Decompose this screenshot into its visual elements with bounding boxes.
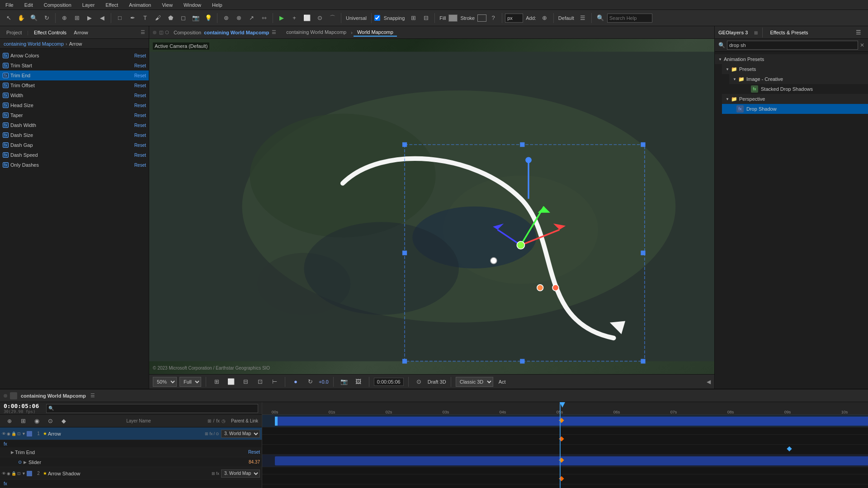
- comp-menu-icon[interactable]: ☰: [272, 29, 276, 35]
- comp-close-icon[interactable]: [153, 31, 156, 34]
- layer-2-parent-select[interactable]: 3. World Map: [221, 469, 260, 478]
- layer-1-audio-icon[interactable]: ◉: [7, 432, 10, 436]
- layer-1-slider-expand[interactable]: ▶: [24, 460, 27, 465]
- layer-1-trim-end-row[interactable]: ▶ Trim End Reset: [0, 447, 262, 457]
- arrow2-tool-icon[interactable]: ↗: [245, 12, 257, 24]
- mask-icon[interactable]: ⬜: [301, 12, 313, 24]
- zoom-select[interactable]: 50%: [153, 377, 177, 387]
- layer-row-2[interactable]: 👁 ◉ 🔒 ⊡ ▼ 2 ★ Arrow Shadow ⊞ fx 3. World…: [0, 467, 262, 480]
- stroke-color-swatch[interactable]: [477, 14, 486, 22]
- keyframe-slider-1[interactable]: [559, 436, 564, 441]
- right-panel-menu-icon[interactable]: ☰: [853, 27, 864, 38]
- reset-btn-1[interactable]: Reset: [134, 63, 146, 68]
- play-icon[interactable]: ▶: [276, 12, 288, 24]
- timeline-close-icon[interactable]: [4, 394, 7, 398]
- anchor-tool-icon[interactable]: ⊞: [71, 12, 83, 24]
- effect-taper[interactable]: fx Taper Reset: [0, 110, 149, 120]
- hand-tool-icon[interactable]: ✋: [15, 12, 27, 24]
- menu-item-view[interactable]: View: [160, 1, 175, 9]
- comp-rulers-icon[interactable]: ⊡: [254, 376, 266, 388]
- menu-item-help[interactable]: Help: [210, 1, 224, 9]
- default-options-icon[interactable]: ☰: [577, 12, 589, 24]
- layer-1-trim-end-reset[interactable]: Reset: [248, 450, 260, 455]
- track-row-1[interactable]: [262, 415, 868, 427]
- camera-tool-icon[interactable]: 📷: [190, 12, 202, 24]
- effect-arrow-colors[interactable]: fx Arrow Colors Reset: [0, 51, 149, 61]
- comp-name-link[interactable]: containing World Mapcomp: [204, 30, 269, 35]
- comp-guides-icon[interactable]: ⊢: [269, 376, 280, 388]
- comp-refresh-icon[interactable]: ↻: [304, 376, 316, 388]
- perspective-header[interactable]: ▼ 📁 Perspective: [722, 94, 868, 104]
- reset-btn-6[interactable]: Reset: [134, 113, 146, 118]
- fill-tool-icon[interactable]: ⬟: [165, 12, 176, 24]
- reset-btn-7[interactable]: Reset: [134, 123, 146, 128]
- stacked-drop-shadows-item[interactable]: fx Stacked Drop Shadows: [729, 84, 868, 94]
- track-sub-1b[interactable]: [262, 435, 868, 445]
- menu-item-composition[interactable]: Composition: [42, 1, 73, 9]
- orbit-tool-icon[interactable]: ⊕: [58, 12, 70, 24]
- layer-2-lock-icon[interactable]: 🔒: [11, 471, 16, 476]
- reset-btn-11[interactable]: Reset: [134, 163, 146, 168]
- layer-1-collapse-icon[interactable]: ⊡: [17, 432, 21, 436]
- snapping-checkbox[interactable]: [374, 15, 380, 21]
- comp-color-icon[interactable]: ●: [290, 376, 302, 388]
- layer-1-slider-value[interactable]: 84.37: [249, 460, 260, 465]
- layer-1-mask-icon[interactable]: /: [213, 432, 215, 436]
- layer-solo-icon[interactable]: ◉: [31, 415, 42, 427]
- render-mode-icon[interactable]: ⊙: [413, 376, 425, 388]
- track-sub-1c[interactable]: [262, 445, 868, 455]
- reset-btn-8[interactable]: Reset: [134, 133, 146, 138]
- pivot-icon[interactable]: ⊙: [314, 12, 326, 24]
- add-action-icon[interactable]: ⊕: [539, 12, 551, 24]
- effects-search-input[interactable]: [727, 41, 858, 50]
- reset-btn-5[interactable]: Reset: [134, 103, 146, 108]
- brush-tool-icon[interactable]: 🖌: [152, 12, 164, 24]
- track-1-in[interactable]: [275, 417, 278, 426]
- layer-1-expand-icon[interactable]: ▼: [22, 432, 26, 436]
- light-tool-icon[interactable]: 💡: [203, 12, 214, 24]
- pen-tool-icon[interactable]: ✒: [127, 12, 138, 24]
- effect-trim-offset[interactable]: fx Trim Offset Reset: [0, 80, 149, 90]
- layer-1-trim-end-expand[interactable]: ▶: [11, 450, 14, 455]
- snap2-icon[interactable]: ⊟: [420, 12, 432, 24]
- layer-keyframe-icon[interactable]: ◆: [58, 415, 70, 427]
- effect-dash-size[interactable]: fx Dash Size Reset: [0, 130, 149, 140]
- graph-icon[interactable]: ⌒: [326, 12, 338, 24]
- timeline-timecode[interactable]: 0:00:05:06: [4, 403, 39, 409]
- forward-tool-icon[interactable]: ▶: [84, 12, 95, 24]
- comp-grid-icon[interactable]: ⊟: [240, 376, 251, 388]
- layer-row-1[interactable]: 👁 ◉ 🔒 ⊡ ▼ 1 ★ Arrow ⊞ fx / ⊙ 3. World Ma…: [0, 427, 262, 440]
- track-sub-2b[interactable]: [262, 474, 868, 484]
- select-tool-icon[interactable]: ↖: [3, 12, 14, 24]
- keyframe-slider-2[interactable]: [559, 476, 564, 481]
- comp-viewer-canvas[interactable]: Active Camera (Default) © 2023 Microsoft…: [149, 39, 714, 374]
- menu-item-animation[interactable]: Animation: [127, 1, 153, 9]
- effect-dash-gap[interactable]: fx Dash Gap Reset: [0, 140, 149, 150]
- effect-trim-start[interactable]: fx Trim Start Reset: [0, 61, 149, 70]
- drop-shadow-item[interactable]: fx Drop Shadow: [722, 104, 868, 114]
- layer-1-parent-select[interactable]: 3. World Map: [221, 430, 260, 438]
- rect-tool-icon[interactable]: □: [114, 12, 126, 24]
- menu-item-file[interactable]: File: [4, 1, 15, 9]
- effect-head-size[interactable]: fx Head Size Reset: [0, 100, 149, 110]
- search-help-icon[interactable]: 🔍: [594, 12, 606, 24]
- search-help-input[interactable]: [607, 14, 652, 23]
- effect-controls-tab[interactable]: Effect Controls: [31, 29, 69, 36]
- timeline-comp-icon[interactable]: [10, 392, 17, 399]
- effect-dash-width[interactable]: fx Dash Width Reset: [0, 120, 149, 130]
- menu-item-edit[interactable]: Edit: [23, 1, 35, 9]
- warp-tool-icon[interactable]: ⇿: [258, 12, 270, 24]
- reset-btn-9[interactable]: Reset: [134, 143, 146, 148]
- effects-presets-tab[interactable]: Effects & Presets: [767, 29, 811, 36]
- panel-menu-icon[interactable]: ☰: [141, 29, 145, 35]
- presets-folder-header[interactable]: ▼ 📁 Presets: [722, 64, 868, 74]
- breadcrumb-parent[interactable]: containing World Mapcomp: [4, 41, 64, 47]
- effect-trim-end[interactable]: fx Trim End Reset: [0, 70, 149, 80]
- search-clear-icon[interactable]: ✕: [860, 42, 864, 48]
- layer-1-motion-icon[interactable]: ⊙: [216, 432, 219, 436]
- layer-1-vis-icon[interactable]: 👁: [2, 432, 6, 436]
- animation-presets-header[interactable]: ▼ Animation Presets: [715, 54, 868, 64]
- track-sub-2c[interactable]: [262, 484, 868, 488]
- puppet2-tool-icon[interactable]: ⊗: [233, 12, 245, 24]
- layer-1-precomp-icon[interactable]: ⊞: [205, 432, 208, 436]
